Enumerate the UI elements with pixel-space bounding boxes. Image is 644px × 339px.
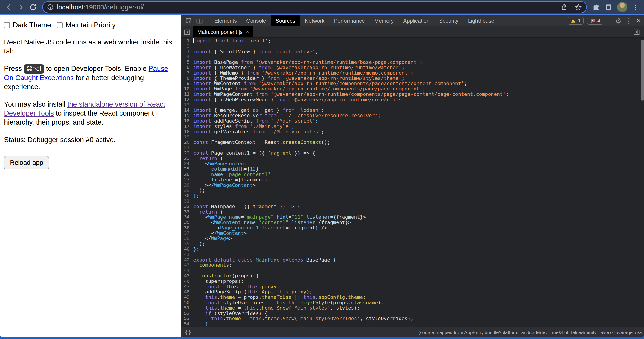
line-number[interactable]: 38	[181, 236, 192, 241]
pretty-print-button[interactable]: {}	[185, 328, 191, 338]
line-number[interactable]: 18	[181, 129, 192, 134]
back-button[interactable]	[3, 1, 14, 13]
line-number[interactable]: 31	[181, 198, 192, 204]
devtools-close-icon[interactable]: ✕	[636, 18, 641, 24]
line-number[interactable]: 49	[181, 295, 192, 300]
line-content[interactable]: components;	[192, 263, 232, 268]
line-number[interactable]: 13	[181, 102, 192, 108]
line-number[interactable]: 25	[181, 166, 192, 172]
reload-app-button[interactable]: Reload app	[4, 156, 49, 169]
line-number[interactable]: 30	[181, 193, 192, 198]
line-content[interactable]	[192, 54, 193, 59]
line-number[interactable]: 32	[181, 204, 192, 209]
reload-button[interactable]	[28, 1, 39, 13]
dark-theme-option[interactable]: Dark Theme	[4, 21, 51, 29]
line-number[interactable]: 29	[181, 188, 192, 193]
line-number[interactable]: 44	[181, 268, 192, 273]
url-bar[interactable]: localhost:19000/debugger-ui/	[42, 1, 587, 13]
line-content[interactable]: const FragmentContext = React.createCont…	[192, 140, 330, 145]
line-number[interactable]: 3	[181, 49, 192, 54]
forward-button[interactable]	[15, 1, 26, 13]
line-number[interactable]: 12	[181, 97, 192, 102]
line-content[interactable]: import { useWatcher } from '@wavemaker/a…	[192, 65, 404, 70]
line-number[interactable]: 15	[181, 113, 192, 118]
line-number[interactable]: 16	[181, 118, 192, 124]
line-number[interactable]: 21	[181, 145, 192, 150]
maintain-priority-option[interactable]: Maintain Priority	[57, 21, 116, 29]
line-content[interactable]: import { isWebPreviewMode } from '@wavem…	[192, 97, 408, 102]
bundle-link[interactable]: AppEntry.bundle?platform=android&dev=tru…	[464, 330, 609, 335]
line-number[interactable]: 24	[181, 161, 192, 166]
extensions-puzzle-icon[interactable]	[592, 3, 600, 11]
tab-sources[interactable]: Sources	[271, 15, 300, 26]
line-content[interactable]: import WmPage from '@wavemaker/app-rn-ru…	[192, 86, 425, 92]
line-content[interactable]: ></WmPageContent>	[192, 183, 256, 188]
line-number[interactable]: 37	[181, 231, 192, 236]
bookmark-star-icon[interactable]	[574, 3, 582, 11]
browser-menu-icon[interactable]	[632, 3, 639, 11]
line-number[interactable]: 52	[181, 311, 192, 316]
line-number[interactable]: 5	[181, 59, 192, 65]
tab-network[interactable]: Network	[300, 15, 329, 26]
line-number[interactable]: 47	[181, 284, 192, 289]
line-number[interactable]: 6	[181, 65, 192, 70]
line-number[interactable]: 27	[181, 177, 192, 183]
line-content[interactable]: this.theme = props.themeToUse || this.ap…	[192, 295, 366, 300]
device-toolbar-button[interactable]	[194, 15, 205, 26]
file-tab-main-component[interactable]: Main.component.js ×	[193, 26, 253, 37]
profile-avatar[interactable]	[617, 2, 627, 12]
line-content[interactable]: const _this = this.proxy;	[192, 284, 280, 289]
dark-theme-checkbox[interactable]	[4, 22, 10, 28]
warnings-badge[interactable]: 1	[568, 17, 584, 25]
line-content[interactable]: }	[192, 321, 208, 327]
line-number[interactable]: 9	[181, 81, 192, 86]
line-content[interactable]: name="page_content1"	[192, 172, 270, 177]
maintain-priority-checkbox[interactable]	[57, 22, 63, 28]
line-content[interactable]: <WmPage name="mainpage" hint="11" listen…	[192, 214, 366, 220]
line-content[interactable]: import { WmMemo } from '@wavemaker/app-r…	[192, 70, 414, 76]
line-number[interactable]: 26	[181, 172, 192, 177]
line-number[interactable]: 46	[181, 279, 192, 284]
devtools-menu-icon[interactable]: ⋮	[625, 17, 632, 24]
line-content[interactable]: <Page_content1 fragment={fragment} />	[192, 225, 327, 231]
line-number[interactable]: 20	[181, 140, 192, 145]
show-navigator-icon[interactable]	[181, 26, 193, 37]
line-number[interactable]: 48	[181, 289, 192, 295]
line-number[interactable]: 35	[181, 220, 192, 225]
inspect-element-button[interactable]	[183, 15, 194, 26]
line-number[interactable]: 43	[181, 263, 192, 268]
line-content[interactable]: listener={fragment}	[192, 177, 268, 183]
line-content[interactable]	[192, 268, 193, 273]
line-content[interactable]: const Mainpage = ({ fragment }) => {	[192, 204, 300, 209]
line-number[interactable]: 17	[181, 124, 192, 129]
line-number[interactable]: 7	[181, 70, 192, 76]
line-content[interactable]: export default class MainPage extends Ba…	[192, 257, 336, 263]
line-number[interactable]: 42	[181, 257, 192, 263]
line-content[interactable]	[192, 198, 193, 204]
line-number[interactable]: 33	[181, 209, 192, 215]
line-number[interactable]: 23	[181, 156, 192, 161]
line-number[interactable]: 19	[181, 134, 192, 140]
line-number[interactable]: 10	[181, 86, 192, 92]
line-number[interactable]: 53	[181, 316, 192, 321]
line-content[interactable]	[192, 43, 193, 49]
line-number[interactable]: 39	[181, 241, 192, 247]
line-content[interactable]: return (	[192, 156, 223, 161]
settings-gear-icon[interactable]: ⚙	[615, 17, 622, 24]
line-number[interactable]: 2	[181, 43, 192, 49]
line-number[interactable]: 41	[181, 252, 192, 257]
line-content[interactable]: import React from 'react';	[192, 38, 271, 43]
extension-square-icon[interactable]	[605, 3, 612, 11]
line-content[interactable]: this.theme = this.theme.$new('Main-style…	[192, 305, 360, 311]
line-number[interactable]: 11	[181, 92, 192, 97]
line-number[interactable]: 45	[181, 273, 192, 279]
line-content[interactable]: columnwidth={12}	[192, 166, 259, 172]
line-content[interactable]	[192, 102, 193, 108]
line-number[interactable]: 36	[181, 225, 192, 231]
line-content[interactable]: import styles from './Main.style';	[192, 124, 294, 129]
line-content[interactable]: const styleOverrides = this.theme.getSty…	[192, 300, 384, 305]
line-content[interactable]	[192, 134, 193, 140]
line-number[interactable]: 34	[181, 214, 192, 220]
line-content[interactable]: addPageScript(this.App, this.proxy);	[192, 289, 312, 295]
line-number[interactable]: 50	[181, 300, 192, 305]
